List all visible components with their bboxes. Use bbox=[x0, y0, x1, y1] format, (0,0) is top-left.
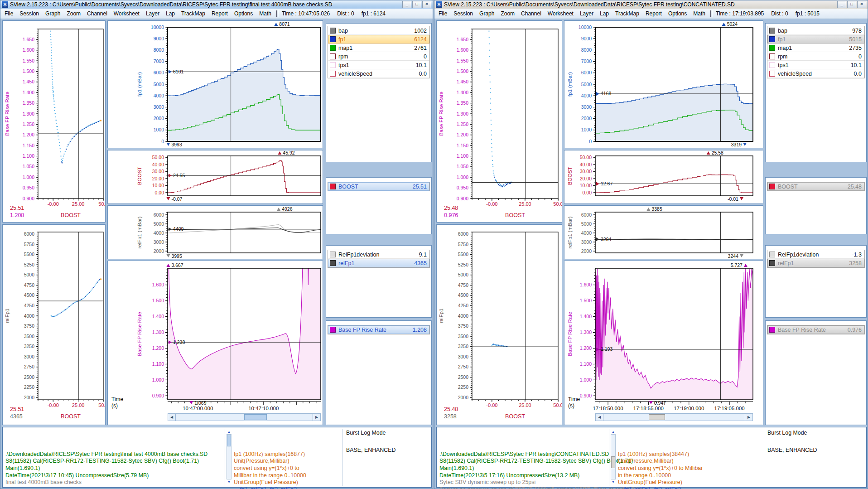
scrollbar-thumb[interactable] bbox=[227, 435, 231, 446]
time-scrollbar[interactable]: ◀ ▶ bbox=[595, 413, 753, 421]
legend-row[interactable]: BOOST 25.51 bbox=[328, 182, 429, 191]
scrollbar-thumb[interactable] bbox=[244, 414, 267, 420]
legend-row[interactable]: RelFp1deviation -1.3 bbox=[767, 250, 864, 259]
time-series-plot[interactable]: 0.0010.0020.0030.0040.0050.0045.9224.55-… bbox=[108, 150, 323, 203]
scrollbar-track[interactable] bbox=[227, 434, 231, 479]
time-series-plot[interactable]: 0100020003000400050006000700080009000100… bbox=[108, 21, 323, 148]
legend-row[interactable]: Base FP Rise Rate 0.976 bbox=[767, 325, 864, 334]
menu-item[interactable]: Session bbox=[16, 10, 42, 18]
channel-name: RelFp1deviation bbox=[338, 252, 419, 258]
legend-row[interactable]: bap 1002 bbox=[328, 26, 429, 35]
menu-item[interactable]: Report bbox=[642, 10, 665, 18]
legend-row[interactable]: RelFp1deviation 9.1 bbox=[328, 250, 429, 259]
channel-name: BOOST bbox=[338, 184, 413, 190]
titlebar-left[interactable]: S SView 2.15.223 : C:\Users\Public\Docum… bbox=[0, 0, 433, 9]
time-series-plot[interactable]: 20003000400050006000338532943244relFp1 (… bbox=[564, 206, 763, 259]
minimize-button[interactable]: _ bbox=[402, 1, 411, 8]
channel-info-line: Unit(Pressure,Millibar) bbox=[234, 458, 341, 465]
menu-item[interactable]: Zoom bbox=[63, 10, 84, 18]
svg-text:25.58: 25.58 bbox=[712, 150, 723, 155]
svg-text:5000: 5000 bbox=[154, 82, 164, 87]
minimize-button[interactable]: _ bbox=[837, 1, 846, 8]
scatter-plot[interactable]: 0.9000.9501.0001.0501.1001.1501.2001.250… bbox=[437, 21, 562, 222]
legend-row[interactable]: fp1 5015 bbox=[767, 35, 864, 44]
svg-text:2500: 2500 bbox=[458, 374, 469, 380]
scatter-plot[interactable]: 2000225025002750300032503500375040004250… bbox=[3, 225, 105, 425]
legend-row[interactable]: map1 2735 bbox=[767, 44, 864, 52]
channel-info-scrollbar[interactable]: ▲ ▼ bbox=[611, 429, 616, 484]
channel-name: map1 bbox=[778, 45, 849, 51]
maximize-button[interactable]: □ bbox=[412, 1, 421, 8]
legend-row[interactable]: vehicleSpeed 0.0 bbox=[767, 69, 864, 78]
legend-row[interactable]: map1 2761 bbox=[328, 44, 429, 52]
menu-item[interactable]: File bbox=[435, 10, 450, 18]
time-series-plot[interactable]: 0.9001.0001.1001.2001.3001.4001.5001.600… bbox=[108, 261, 323, 425]
svg-text:2250: 2250 bbox=[458, 384, 469, 390]
menu-item[interactable]: Report bbox=[208, 10, 231, 18]
legend-row[interactable]: rpm 0 bbox=[328, 52, 429, 61]
menu-item[interactable]: Worksheet bbox=[545, 10, 577, 18]
menu-item[interactable]: Graph bbox=[476, 10, 497, 18]
scroll-down-icon[interactable]: ▼ bbox=[611, 479, 616, 484]
scatter-baseFP-vs-boost: 0.9000.9501.0001.0501.1001.1501.2001.250… bbox=[2, 20, 106, 223]
scroll-up-icon[interactable]: ▲ bbox=[227, 429, 231, 434]
close-button[interactable]: ✕ bbox=[857, 1, 866, 8]
scatter-plot[interactable]: 0.9000.9501.0001.0501.1001.1501.2001.250… bbox=[3, 21, 105, 222]
cursor-x-value: 25.48 bbox=[444, 406, 458, 412]
svg-text:2000: 2000 bbox=[24, 395, 35, 400]
svg-text:1.550: 1.550 bbox=[457, 58, 468, 63]
scrollbar-track[interactable] bbox=[603, 413, 745, 421]
legend-row[interactable]: Base FP Rise Rate 1.208 bbox=[328, 325, 429, 334]
scroll-right-icon[interactable]: ▶ bbox=[313, 413, 321, 421]
legend-row[interactable]: tps1 10.1 bbox=[767, 61, 864, 69]
menu-item[interactable]: Layer bbox=[577, 10, 597, 18]
scrollbar-thumb[interactable] bbox=[611, 456, 615, 468]
menu-item[interactable]: Channel bbox=[84, 10, 111, 18]
legend-row[interactable]: BOOST 25.48 bbox=[767, 182, 864, 191]
scroll-right-icon[interactable]: ▶ bbox=[745, 413, 753, 421]
time-series-plot[interactable]: 20003000400050006000492644093995relFp1 (… bbox=[108, 206, 323, 259]
legend-row[interactable]: tps1 10.1 bbox=[328, 61, 429, 69]
menu-item[interactable]: TrackMap bbox=[612, 10, 642, 18]
menu-item[interactable]: Zoom bbox=[497, 10, 518, 18]
scrollbar-thumb[interactable] bbox=[649, 414, 665, 420]
scrollbar-track[interactable] bbox=[611, 434, 616, 479]
menu-item[interactable]: Lap bbox=[597, 10, 612, 18]
menu-item[interactable]: Lap bbox=[163, 10, 178, 18]
scroll-left-icon[interactable]: ◀ bbox=[168, 413, 176, 421]
scroll-up-icon[interactable]: ▲ bbox=[611, 429, 616, 434]
legend-row[interactable]: bap 978 bbox=[767, 26, 864, 35]
menu-item[interactable]: Math bbox=[690, 10, 709, 18]
titlebar-right[interactable]: S SView 2.15.223 : C:\Users\Public\Docum… bbox=[434, 0, 868, 9]
menu-item[interactable]: Worksheet bbox=[111, 10, 143, 18]
scroll-left-icon[interactable]: ◀ bbox=[595, 413, 603, 421]
channel-value: 1002 bbox=[414, 28, 427, 34]
close-button[interactable]: ✕ bbox=[422, 1, 431, 8]
time-series-plot[interactable]: 0.0010.0020.0030.0040.0050.0025.5812.67-… bbox=[564, 150, 763, 203]
menu-item[interactable]: Math bbox=[256, 10, 275, 18]
legend-row[interactable]: relFp1 4365 bbox=[328, 259, 429, 267]
window-title: SView 2.15.223 : C:\Users\Public\Documen… bbox=[444, 1, 735, 8]
legend-row[interactable]: relFp1 3258 bbox=[767, 259, 864, 267]
legend-row[interactable]: vehicleSpeed 0.0 bbox=[328, 69, 429, 78]
scroll-down-icon[interactable]: ▼ bbox=[227, 479, 231, 484]
scatter-plot[interactable]: 2000225025002750300032503500375040004250… bbox=[437, 225, 562, 425]
channel-info-scrollbar[interactable]: ▲ ▼ bbox=[227, 429, 231, 484]
channel-value: 25.48 bbox=[848, 184, 862, 190]
menu-item[interactable]: TrackMap bbox=[178, 10, 208, 18]
menu-item[interactable]: Session bbox=[450, 10, 476, 18]
legend-row[interactable]: rpm 0 bbox=[767, 52, 864, 61]
time-series-plot[interactable]: 0100020003000400050006000700080009000100… bbox=[564, 21, 763, 148]
time-series-plot[interactable]: 0.9001.0001.1001.2001.3001.4001.5001.600… bbox=[564, 261, 763, 425]
menu-item[interactable]: Layer bbox=[143, 10, 163, 18]
time-scrollbar[interactable]: ◀ ▶ bbox=[168, 413, 321, 421]
menu-item[interactable]: Graph bbox=[42, 10, 63, 18]
legend-row[interactable]: fp1 6124 bbox=[328, 35, 429, 44]
menu-item[interactable]: Options bbox=[665, 10, 690, 18]
maximize-button[interactable]: □ bbox=[847, 1, 856, 8]
svg-text:4500: 4500 bbox=[458, 292, 469, 298]
menu-item[interactable]: Channel bbox=[518, 10, 545, 18]
menu-item[interactable]: File bbox=[1, 10, 16, 18]
scrollbar-track[interactable] bbox=[176, 413, 313, 421]
menu-item[interactable]: Options bbox=[231, 10, 256, 18]
